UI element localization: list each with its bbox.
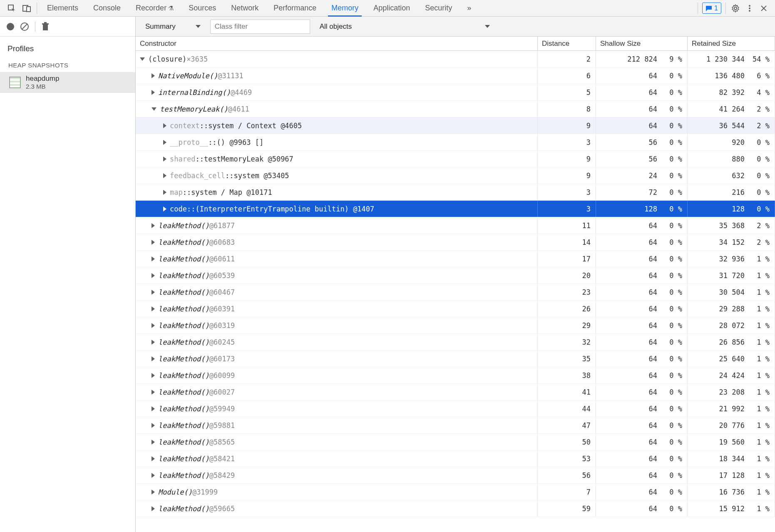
tree-row[interactable]: leakMethod() @6187711640 %35 3682 %	[136, 217, 775, 234]
shallow-pct: 0 %	[661, 122, 682, 130]
col-distance[interactable]: Distance	[538, 37, 596, 50]
tree-row[interactable]: leakMethod() @6061117640 %32 9361 %	[136, 251, 775, 267]
shallow-pct: 0 %	[661, 488, 682, 496]
tree-row[interactable]: leakMethod() @5994944640 %21 9921 %	[136, 400, 775, 417]
tree-row[interactable]: leakMethod() @5966559640 %15 9121 %	[136, 500, 775, 517]
tree-row[interactable]: leakMethod() @5842956640 %17 1281 %	[136, 467, 775, 484]
trash-icon[interactable]	[41, 22, 50, 31]
caret-right-icon[interactable]	[152, 73, 155, 78]
caret-right-icon[interactable]	[163, 206, 166, 211]
col-retained[interactable]: Retained Size	[688, 37, 775, 50]
caret-right-icon[interactable]	[152, 240, 155, 245]
caret-right-icon[interactable]	[163, 123, 166, 128]
caret-right-icon[interactable]	[152, 440, 155, 445]
view-mode-dropdown[interactable]: Summary	[141, 20, 205, 34]
tab-performance[interactable]: Performance	[266, 0, 324, 16]
caret-right-icon[interactable]	[152, 406, 155, 411]
gear-icon[interactable]	[728, 0, 743, 16]
tab-network[interactable]: Network	[224, 0, 266, 16]
close-icon[interactable]	[757, 0, 771, 16]
tree-row[interactable]: leakMethod() @5842153640 %18 3441 %	[136, 450, 775, 467]
tree-row[interactable]: leakMethod() @6017335640 %25 6401 %	[136, 351, 775, 367]
caret-right-icon[interactable]	[163, 140, 166, 145]
retained-pct: 1 %	[749, 305, 770, 313]
class-filter-input[interactable]	[210, 20, 310, 34]
distance-cell: 14	[538, 234, 596, 250]
caret-right-icon[interactable]	[152, 456, 155, 461]
caret-right-icon[interactable]	[152, 506, 155, 511]
tree-row[interactable]: leakMethod() @6002741640 %23 2081 %	[136, 384, 775, 400]
tree-row[interactable]: testMemoryLeak() @46118640 %41 2642 %	[136, 101, 775, 117]
tab-security[interactable]: Security	[417, 0, 460, 16]
tab-recorder[interactable]: Recorder⚗	[128, 0, 181, 16]
caret-down-icon	[485, 25, 490, 28]
tab-elements[interactable]: Elements	[40, 0, 86, 16]
tree-row[interactable]: NativeModule() @311316640 %136 4806 %	[136, 67, 775, 84]
tree-row[interactable]: leakMethod() @6053920640 %31 7201 %	[136, 267, 775, 284]
tab-sources[interactable]: Sources	[181, 0, 224, 16]
tree-row[interactable]: feedback_cell :: system @534059240 %6320…	[136, 167, 775, 184]
clear-icon[interactable]	[20, 22, 29, 31]
caret-right-icon[interactable]	[152, 340, 155, 345]
tree-row[interactable]: leakMethod() @6031929640 %28 0721 %	[136, 317, 775, 334]
caret-right-icon[interactable]	[152, 90, 155, 95]
caret-right-icon[interactable]	[152, 490, 155, 495]
tree-row[interactable]: __proto__ :: () @9963 []3560 %9200 %	[136, 134, 775, 151]
caret-right-icon[interactable]	[152, 323, 155, 328]
retained-pct: 2 %	[749, 238, 770, 246]
tab-application[interactable]: Application	[366, 0, 417, 16]
retained-size: 17 128	[719, 471, 745, 480]
tree-row[interactable]: leakMethod() @6024532640 %26 8561 %	[136, 334, 775, 351]
caret-right-icon[interactable]	[152, 373, 155, 378]
tree-row[interactable]: leakMethod() @6039126640 %29 2881 %	[136, 301, 775, 317]
tree-row[interactable]: leakMethod() @5988147640 %20 7761 %	[136, 417, 775, 434]
record-icon[interactable]	[7, 23, 14, 30]
caret-right-icon[interactable]	[152, 356, 155, 361]
sidebar-toolbar	[0, 17, 135, 37]
tab-console[interactable]: Console	[86, 0, 128, 16]
caret-right-icon[interactable]	[163, 190, 166, 195]
caret-right-icon[interactable]	[163, 173, 166, 178]
caret-right-icon[interactable]	[152, 223, 155, 228]
snapshot-item[interactable]: heapdump 2.3 MB	[0, 72, 135, 93]
tree-row[interactable]: map :: system / Map @101713720 %2160 %	[136, 184, 775, 201]
tree-row[interactable]: Module() @319997640 %16 7361 %	[136, 484, 775, 500]
inspect-icon[interactable]	[4, 0, 19, 16]
caret-right-icon[interactable]	[152, 423, 155, 428]
caret-right-icon[interactable]	[152, 273, 155, 278]
tree-row[interactable]: internalBinding() @44695640 %82 3924 %	[136, 84, 775, 101]
shallow-size: 64	[649, 438, 657, 446]
caret-right-icon[interactable]	[152, 256, 155, 261]
shallow-pct: 0 %	[661, 471, 682, 480]
tree-row[interactable]: (closure) ×36352212 8249 %1 230 34454 %	[136, 51, 775, 67]
caret-right-icon[interactable]	[152, 390, 155, 395]
caret-down-icon[interactable]	[152, 107, 156, 111]
tab-memory[interactable]: Memory	[324, 0, 366, 16]
shallow-size: 64	[649, 105, 657, 113]
caret-right-icon[interactable]	[152, 473, 155, 478]
col-shallow[interactable]: Shallow Size	[596, 37, 688, 50]
caret-right-icon[interactable]	[163, 157, 166, 162]
caret-down-icon	[196, 25, 201, 28]
messages-badge[interactable]: 1	[702, 2, 721, 14]
tree-row[interactable]: shared :: testMemoryLeak @509679560 %880…	[136, 151, 775, 167]
retained-size: 632	[732, 172, 745, 180]
object-id: @4611	[228, 105, 249, 113]
tree-row[interactable]: context :: system / Context @46059640 %3…	[136, 117, 775, 134]
tree-row[interactable]: leakMethod() @6068314640 %34 1522 %	[136, 234, 775, 251]
tree-row[interactable]: code :: (InterpreterEntryTrampoline buil…	[136, 201, 775, 217]
tree-row[interactable]: leakMethod() @5856550640 %19 5601 %	[136, 434, 775, 450]
object-scope-dropdown[interactable]: All objects	[315, 20, 494, 34]
col-constructor[interactable]: Constructor	[136, 37, 538, 50]
distance-cell: 8	[538, 101, 596, 117]
caret-right-icon[interactable]	[152, 306, 155, 311]
object-id: @58421	[209, 455, 235, 463]
tree-row[interactable]: leakMethod() @6009938640 %24 4241 %	[136, 367, 775, 384]
caret-right-icon[interactable]	[152, 290, 155, 295]
more-tabs[interactable]: »	[460, 0, 479, 16]
tree-row[interactable]: leakMethod() @6046723640 %30 5041 %	[136, 284, 775, 301]
shallow-size: 64	[649, 338, 657, 346]
kebab-icon[interactable]	[743, 0, 757, 16]
device-toggle-icon[interactable]	[19, 0, 34, 16]
caret-down-icon[interactable]	[140, 57, 145, 61]
